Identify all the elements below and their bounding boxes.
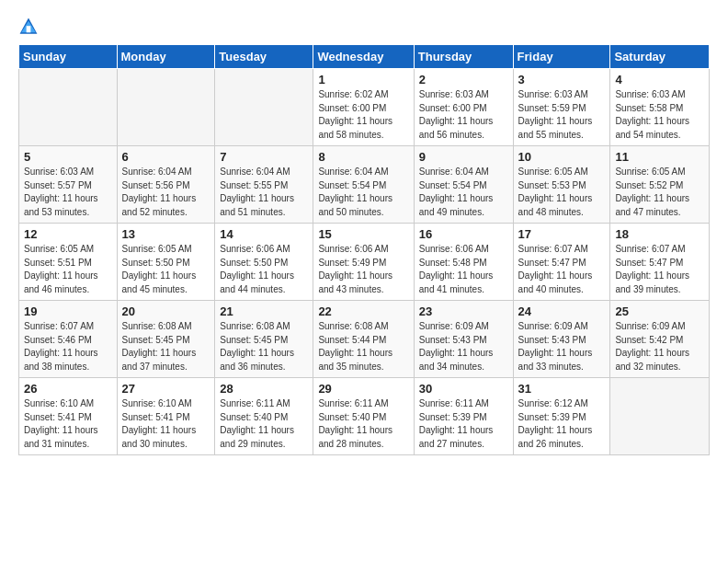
day-header-monday: Monday bbox=[117, 45, 215, 69]
day-number: 19 bbox=[24, 304, 112, 318]
day-header-tuesday: Tuesday bbox=[215, 45, 313, 69]
day-info: Sunrise: 6:04 AMSunset: 5:54 PMDaylight:… bbox=[318, 166, 408, 219]
calendar-week-row: 19Sunrise: 6:07 AMSunset: 5:46 PMDayligh… bbox=[19, 301, 710, 378]
day-header-saturday: Saturday bbox=[610, 45, 710, 69]
day-header-friday: Friday bbox=[513, 45, 610, 69]
calendar-cell bbox=[215, 69, 313, 146]
day-number: 6 bbox=[122, 150, 210, 164]
day-number: 24 bbox=[518, 304, 606, 318]
day-number: 13 bbox=[122, 227, 210, 241]
day-number: 14 bbox=[220, 227, 308, 241]
calendar-cell: 8Sunrise: 6:04 AMSunset: 5:54 PMDaylight… bbox=[313, 146, 414, 224]
day-info: Sunrise: 6:05 AMSunset: 5:52 PMDaylight:… bbox=[615, 166, 704, 219]
day-header-wednesday: Wednesday bbox=[313, 45, 414, 69]
day-number: 18 bbox=[615, 227, 704, 241]
day-info: Sunrise: 6:06 AMSunset: 5:49 PMDaylight:… bbox=[318, 243, 408, 296]
day-info: Sunrise: 6:07 AMSunset: 5:47 PMDaylight:… bbox=[615, 243, 704, 296]
day-info: Sunrise: 6:09 AMSunset: 5:43 PMDaylight:… bbox=[518, 320, 606, 373]
calendar-week-row: 26Sunrise: 6:10 AMSunset: 5:41 PMDayligh… bbox=[19, 378, 710, 455]
calendar-cell: 17Sunrise: 6:07 AMSunset: 5:47 PMDayligh… bbox=[513, 224, 610, 301]
day-number: 23 bbox=[419, 304, 508, 318]
calendar-cell: 28Sunrise: 6:11 AMSunset: 5:40 PMDayligh… bbox=[215, 378, 313, 455]
day-number: 5 bbox=[24, 150, 112, 164]
day-info: Sunrise: 6:03 AMSunset: 5:58 PMDaylight:… bbox=[615, 88, 704, 142]
calendar-cell: 25Sunrise: 6:09 AMSunset: 5:42 PMDayligh… bbox=[610, 301, 710, 378]
day-number: 27 bbox=[122, 382, 210, 396]
day-info: Sunrise: 6:05 AMSunset: 5:50 PMDaylight:… bbox=[122, 243, 210, 296]
day-info: Sunrise: 6:03 AMSunset: 5:57 PMDaylight:… bbox=[24, 166, 112, 219]
day-info: Sunrise: 6:04 AMSunset: 5:56 PMDaylight:… bbox=[122, 166, 210, 219]
calendar-header-row: SundayMondayTuesdayWednesdayThursdayFrid… bbox=[19, 45, 710, 69]
day-number: 26 bbox=[24, 382, 112, 396]
day-info: Sunrise: 6:09 AMSunset: 5:43 PMDaylight:… bbox=[419, 320, 508, 373]
calendar-cell: 3Sunrise: 6:03 AMSunset: 5:59 PMDaylight… bbox=[513, 69, 610, 146]
calendar-cell: 18Sunrise: 6:07 AMSunset: 5:47 PMDayligh… bbox=[610, 224, 710, 301]
calendar-cell: 20Sunrise: 6:08 AMSunset: 5:45 PMDayligh… bbox=[117, 301, 215, 378]
calendar-cell: 10Sunrise: 6:05 AMSunset: 5:53 PMDayligh… bbox=[513, 146, 610, 224]
day-number: 15 bbox=[318, 227, 408, 241]
day-number: 11 bbox=[615, 150, 704, 164]
calendar-cell bbox=[19, 69, 118, 146]
day-info: Sunrise: 6:04 AMSunset: 5:55 PMDaylight:… bbox=[220, 166, 308, 219]
calendar-cell: 24Sunrise: 6:09 AMSunset: 5:43 PMDayligh… bbox=[513, 301, 610, 378]
day-number: 16 bbox=[419, 227, 508, 241]
header bbox=[18, 17, 710, 37]
day-number: 2 bbox=[419, 73, 508, 86]
day-info: Sunrise: 6:06 AMSunset: 5:50 PMDaylight:… bbox=[220, 243, 308, 296]
day-header-thursday: Thursday bbox=[414, 45, 513, 69]
day-number: 28 bbox=[220, 382, 308, 396]
day-info: Sunrise: 6:03 AMSunset: 6:00 PMDaylight:… bbox=[419, 88, 508, 142]
day-info: Sunrise: 6:05 AMSunset: 5:53 PMDaylight:… bbox=[518, 166, 606, 219]
day-number: 20 bbox=[122, 304, 210, 318]
day-number: 7 bbox=[220, 150, 308, 164]
day-number: 9 bbox=[419, 150, 508, 164]
calendar-cell: 12Sunrise: 6:05 AMSunset: 5:51 PMDayligh… bbox=[19, 224, 118, 301]
logo bbox=[18, 17, 42, 37]
calendar-cell: 23Sunrise: 6:09 AMSunset: 5:43 PMDayligh… bbox=[414, 301, 513, 378]
day-number: 31 bbox=[518, 382, 606, 396]
day-number: 3 bbox=[518, 73, 606, 86]
logo-icon bbox=[18, 17, 39, 37]
day-number: 17 bbox=[518, 227, 606, 241]
calendar-cell: 31Sunrise: 6:12 AMSunset: 5:39 PMDayligh… bbox=[513, 378, 610, 455]
calendar-cell: 9Sunrise: 6:04 AMSunset: 5:54 PMDaylight… bbox=[414, 146, 513, 224]
calendar-cell: 4Sunrise: 6:03 AMSunset: 5:58 PMDaylight… bbox=[610, 69, 710, 146]
calendar-cell: 21Sunrise: 6:08 AMSunset: 5:45 PMDayligh… bbox=[215, 301, 313, 378]
day-number: 10 bbox=[518, 150, 606, 164]
day-info: Sunrise: 6:11 AMSunset: 5:40 PMDaylight:… bbox=[220, 397, 308, 451]
calendar-cell: 16Sunrise: 6:06 AMSunset: 5:48 PMDayligh… bbox=[414, 224, 513, 301]
day-number: 21 bbox=[220, 304, 308, 318]
day-info: Sunrise: 6:08 AMSunset: 5:45 PMDaylight:… bbox=[122, 320, 210, 373]
day-info: Sunrise: 6:03 AMSunset: 5:59 PMDaylight:… bbox=[518, 88, 606, 142]
calendar-cell: 5Sunrise: 6:03 AMSunset: 5:57 PMDaylight… bbox=[19, 146, 118, 224]
calendar-cell bbox=[117, 69, 215, 146]
day-number: 25 bbox=[615, 304, 704, 318]
calendar-cell: 27Sunrise: 6:10 AMSunset: 5:41 PMDayligh… bbox=[117, 378, 215, 455]
day-info: Sunrise: 6:10 AMSunset: 5:41 PMDaylight:… bbox=[24, 397, 112, 451]
day-info: Sunrise: 6:09 AMSunset: 5:42 PMDaylight:… bbox=[615, 320, 704, 373]
calendar-cell: 7Sunrise: 6:04 AMSunset: 5:55 PMDaylight… bbox=[215, 146, 313, 224]
day-number: 29 bbox=[318, 382, 408, 396]
day-info: Sunrise: 6:11 AMSunset: 5:39 PMDaylight:… bbox=[419, 397, 508, 451]
day-info: Sunrise: 6:07 AMSunset: 5:46 PMDaylight:… bbox=[24, 320, 112, 373]
day-header-sunday: Sunday bbox=[19, 45, 118, 69]
day-info: Sunrise: 6:10 AMSunset: 5:41 PMDaylight:… bbox=[122, 397, 210, 451]
calendar-week-row: 1Sunrise: 6:02 AMSunset: 6:00 PMDaylight… bbox=[19, 69, 710, 146]
day-info: Sunrise: 6:06 AMSunset: 5:48 PMDaylight:… bbox=[419, 243, 508, 296]
calendar-table: SundayMondayTuesdayWednesdayThursdayFrid… bbox=[18, 44, 710, 455]
svg-rect-2 bbox=[27, 26, 31, 32]
calendar-cell: 11Sunrise: 6:05 AMSunset: 5:52 PMDayligh… bbox=[610, 146, 710, 224]
calendar-cell bbox=[610, 378, 710, 455]
day-number: 8 bbox=[318, 150, 408, 164]
calendar-week-row: 12Sunrise: 6:05 AMSunset: 5:51 PMDayligh… bbox=[19, 224, 710, 301]
calendar-cell: 30Sunrise: 6:11 AMSunset: 5:39 PMDayligh… bbox=[414, 378, 513, 455]
calendar-cell: 13Sunrise: 6:05 AMSunset: 5:50 PMDayligh… bbox=[117, 224, 215, 301]
calendar-cell: 22Sunrise: 6:08 AMSunset: 5:44 PMDayligh… bbox=[313, 301, 414, 378]
day-number: 12 bbox=[24, 227, 112, 241]
day-info: Sunrise: 6:12 AMSunset: 5:39 PMDaylight:… bbox=[518, 397, 606, 451]
calendar-cell: 1Sunrise: 6:02 AMSunset: 6:00 PMDaylight… bbox=[313, 69, 414, 146]
calendar-cell: 19Sunrise: 6:07 AMSunset: 5:46 PMDayligh… bbox=[19, 301, 118, 378]
calendar-cell: 14Sunrise: 6:06 AMSunset: 5:50 PMDayligh… bbox=[215, 224, 313, 301]
day-info: Sunrise: 6:07 AMSunset: 5:47 PMDaylight:… bbox=[518, 243, 606, 296]
calendar-cell: 6Sunrise: 6:04 AMSunset: 5:56 PMDaylight… bbox=[117, 146, 215, 224]
